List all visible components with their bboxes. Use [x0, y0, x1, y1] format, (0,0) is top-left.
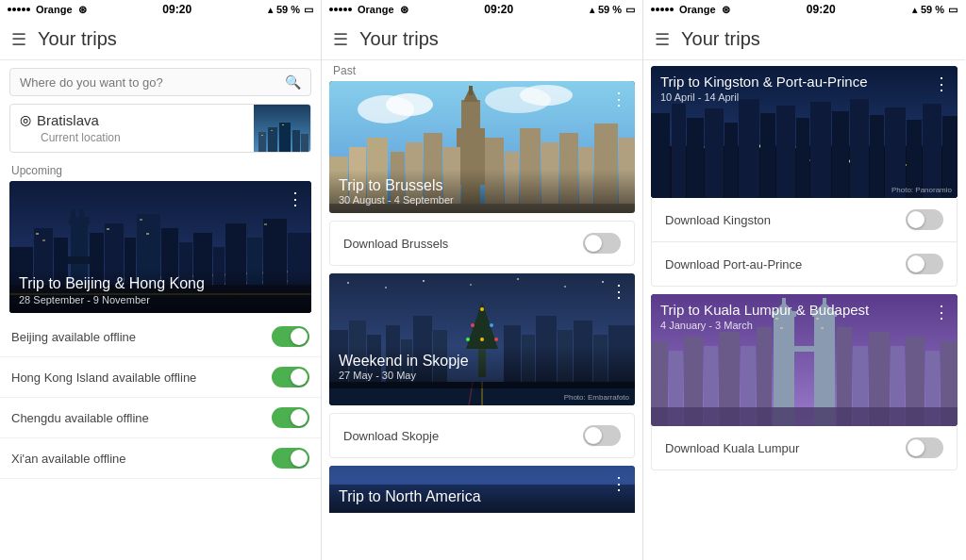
svg-point-68 — [423, 280, 425, 282]
skopje-dates: 27 May - 30 May — [339, 370, 625, 381]
download-label-skopje: Download Skopje — [343, 429, 439, 443]
wifi-icon-2: ⊛ — [400, 4, 408, 16]
offline-toggle-chengdu[interactable] — [272, 407, 309, 428]
kualalumpur-card[interactable]: Trip to Kuala Lumpur & Budapest 4 Januar… — [651, 294, 958, 426]
app-header-3: ☰ Your trips — [643, 19, 965, 60]
skopje-card[interactable]: Weekend in Skopje 27 May - 30 May Photo:… — [329, 273, 635, 405]
svg-point-72 — [602, 281, 604, 283]
svg-rect-4 — [292, 130, 300, 153]
kingston-menu[interactable]: ⋮ — [933, 74, 950, 94]
northamerica-card-partial[interactable]: Trip to North America ⋮ — [329, 466, 635, 513]
trip-card-beijing[interactable]: Trip to Beijing & Hong Kong 28 September… — [9, 181, 311, 313]
time-3: 09:20 — [807, 3, 836, 16]
location-info-1: ◎ Bratislava Current location — [10, 105, 254, 153]
svg-point-44 — [520, 85, 573, 106]
download-label-kingston: Download Kingston — [665, 213, 771, 227]
svg-rect-17 — [71, 209, 75, 223]
skopje-photo-credit: Photo: Embarrafoto — [564, 393, 629, 402]
kingston-card[interactable]: Trip to Kingston & Port-au-Prince 10 Apr… — [651, 66, 958, 198]
status-bar-3: Orange ⊛ 09:20 ▴ 59 % ▭ — [643, 0, 965, 19]
offline-label-chengdu: Chengdu available offline — [11, 411, 149, 425]
carrier-1: Orange — [36, 4, 73, 15]
location-name: Bratislava — [37, 112, 99, 128]
offline-item-hongkong: Hong Kong Island available offline — [0, 357, 321, 398]
location-sub: Current location — [41, 131, 121, 144]
download-toggle-brussels[interactable] — [583, 233, 621, 254]
kingston-title: Trip to Kingston & Port-au-Prince — [660, 74, 948, 90]
header-title-1: Your trips — [38, 28, 117, 50]
status-bar-1: Orange ⊛ 09:20 ▴ 59 % ▭ — [0, 0, 321, 19]
svg-rect-32 — [36, 233, 39, 235]
svg-rect-6 — [261, 135, 263, 136]
brussels-dates: 30 August - 4 September — [339, 194, 625, 206]
svg-point-81 — [466, 338, 470, 341]
battery-3: 59 % — [921, 4, 944, 15]
svg-point-82 — [480, 338, 484, 341]
beijing-card-overlay: Trip to Beijing & Hong Kong 28 September… — [9, 268, 311, 313]
battery-icon-2: ▭ — [625, 4, 635, 16]
svg-rect-19 — [68, 256, 91, 264]
download-toggle-skopje[interactable] — [583, 425, 621, 446]
battery-1: 59 % — [276, 4, 300, 15]
svg-point-79 — [471, 323, 475, 327]
svg-point-71 — [564, 286, 566, 288]
svg-rect-3 — [279, 123, 291, 153]
svg-point-69 — [470, 284, 472, 286]
svg-point-80 — [490, 323, 493, 327]
svg-rect-50 — [469, 86, 473, 95]
download-toggle-kingston[interactable] — [906, 209, 943, 230]
location-card-1[interactable]: ◎ Bratislava Current location — [9, 104, 311, 153]
section-label-upcoming: Upcoming — [0, 160, 321, 181]
nav-arrow-3: ▴ — [912, 5, 917, 15]
beijing-card-dates: 28 September - 9 November — [19, 294, 302, 305]
svg-point-70 — [517, 278, 519, 280]
svg-point-66 — [347, 282, 349, 284]
skopje-title: Weekend in Skopje — [339, 353, 625, 370]
nav-arrow-1: ▴ — [268, 5, 273, 15]
panel2-content: Trip to Brussels 30 August - 4 September… — [322, 81, 642, 560]
beijing-card-menu[interactable]: ⋮ — [287, 189, 304, 209]
brussels-menu[interactable]: ⋮ — [610, 89, 627, 109]
download-toggle-kualalumpur[interactable] — [906, 437, 943, 458]
panel-3: Orange ⊛ 09:20 ▴ 59 % ▭ ☰ Your trips — [643, 0, 965, 560]
brussels-card[interactable]: Trip to Brussels 30 August - 4 September… — [329, 81, 635, 213]
offline-item-beijing: Beijing available offline — [0, 317, 321, 357]
panel3-content: Trip to Kingston & Port-au-Prince 10 Apr… — [643, 60, 965, 560]
northamerica-menu[interactable]: ⋮ — [610, 473, 627, 494]
offline-toggle-hongkong[interactable] — [272, 367, 309, 387]
skopje-menu[interactable]: ⋮ — [610, 281, 627, 302]
wifi-icon-3: ⊛ — [722, 4, 730, 16]
carrier-3: Orange — [679, 4, 716, 15]
battery-icon-3: ▭ — [948, 4, 958, 16]
svg-rect-35 — [140, 219, 142, 221]
hamburger-icon-1[interactable]: ☰ — [11, 29, 26, 50]
app-header-2: ☰ Your trips — [322, 19, 642, 60]
kualalumpur-title: Trip to Kuala Lumpur & Budapest — [660, 302, 948, 318]
battery-icon-1: ▭ — [304, 4, 313, 16]
svg-rect-5 — [301, 134, 308, 153]
search-input-1[interactable] — [20, 75, 285, 90]
search-bar-1[interactable]: 🔍 — [9, 68, 311, 96]
nav-arrow-2: ▴ — [590, 5, 594, 15]
svg-rect-36 — [146, 233, 149, 235]
offline-item-chengdu: Chengdu available offline — [0, 398, 321, 438]
svg-rect-33 — [42, 239, 45, 241]
offline-label-beijing: Beijing available offline — [11, 330, 136, 344]
carrier-2: Orange — [358, 4, 394, 15]
search-icon-1: 🔍 — [285, 74, 301, 90]
download-toggle-portauprince[interactable] — [906, 254, 943, 274]
svg-rect-34 — [107, 228, 109, 230]
offline-label-xian: Xi'an available offline — [11, 452, 126, 466]
header-title-3: Your trips — [681, 28, 760, 50]
svg-rect-2 — [268, 127, 277, 153]
download-label-kualalumpur: Download Kuala Lumpur — [665, 441, 799, 455]
kualalumpur-menu[interactable]: ⋮ — [933, 302, 950, 322]
hamburger-icon-2[interactable]: ☰ — [333, 29, 348, 50]
offline-toggle-beijing[interactable] — [272, 326, 309, 347]
download-row-portauprince: Download Port-au-Prince — [651, 242, 958, 287]
hamburger-icon-3[interactable]: ☰ — [655, 29, 670, 50]
bratislava-thumbnail — [254, 104, 310, 153]
offline-toggle-xian[interactable] — [272, 448, 309, 469]
svg-rect-37 — [264, 223, 267, 225]
download-row-kualalumpur: Download Kuala Lumpur — [651, 426, 958, 470]
